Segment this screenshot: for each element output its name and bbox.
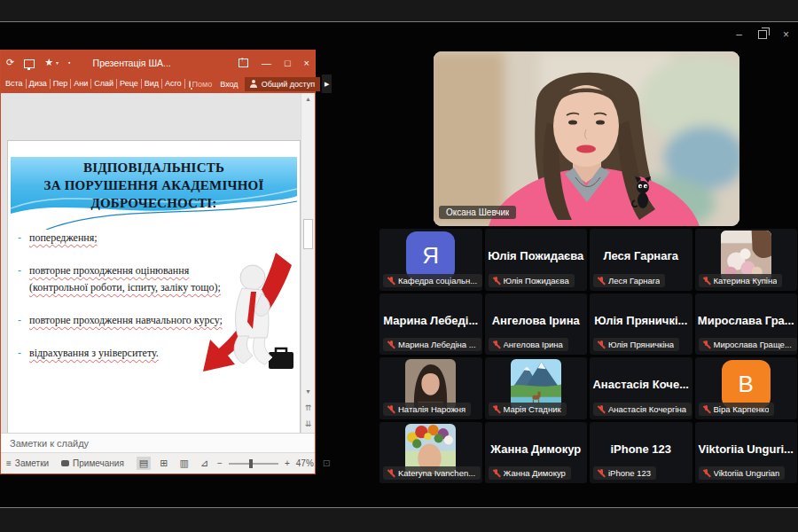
reading-view-button[interactable]: ▥ — [176, 457, 191, 470]
tab-insert[interactable]: Вста — [3, 79, 27, 89]
notes-icon: ≡ — [6, 458, 12, 468]
participant-tile[interactable]: Viktoriia Unguri... Viktoriia Ungurian — [695, 422, 798, 484]
previous-slide-icon[interactable]: ⇈ — [301, 403, 315, 412]
minimize-button[interactable]: – — [736, 28, 742, 41]
mic-muted-icon — [702, 404, 711, 414]
participant-tile[interactable]: Анастасія Коче... Анастасія Кочергіна — [590, 357, 692, 419]
participant-tile[interactable]: Катерина Купіна — [695, 229, 798, 291]
participant-tile[interactable]: Юлія Пряничкі... Юлія Пряничкіна — [590, 293, 692, 356]
tab-acrobat[interactable]: Acro — [162, 79, 185, 89]
participant-label-text: Наталія Нарожня — [398, 404, 466, 414]
participant-label: Мирослава Граще... — [699, 338, 797, 351]
scrollbar-thumb[interactable] — [303, 219, 313, 249]
participant-name: Мирослава Гра... — [696, 314, 796, 334]
zoom-out-button[interactable]: − — [217, 458, 223, 468]
favorite-star-icon[interactable]: ★ — [44, 57, 53, 68]
share-button[interactable]: Общий доступ — [245, 77, 320, 91]
mic-muted-icon — [597, 404, 606, 414]
refresh-icon[interactable]: ⟳ — [6, 57, 14, 68]
participant-name: Юлія Пряничкі... — [592, 314, 689, 334]
participant-label-text: Жанна Димокур — [504, 468, 566, 478]
participant-label: Юлія Пожидаєва — [489, 274, 575, 287]
notes-placeholder: Заметки к слайду — [10, 438, 89, 449]
participant-label: Жанна Димокур — [489, 466, 571, 480]
mic-muted-icon — [702, 468, 711, 478]
participant-tile[interactable]: Юлія Пожидаєва Юлія Пожидаєва — [485, 229, 588, 291]
notes-toggle[interactable]: ≡Заметки — [6, 458, 49, 468]
participant-label-text: Марія Стадник — [504, 404, 561, 414]
mic-muted-icon — [597, 340, 606, 349]
ppt-maximize-button[interactable]: □ — [285, 58, 291, 68]
notes-pane[interactable]: Заметки к слайду — [1, 433, 315, 453]
participant-label: Леся Гарнага — [593, 274, 665, 287]
speaker-video-tile[interactable]: Оксана Шевчик — [434, 51, 739, 226]
participant-name: Viktoriia Unguri... — [697, 442, 795, 463]
sign-in-button[interactable]: Вход — [220, 80, 238, 89]
slide-sorter-view-button[interactable]: ⊞ — [157, 457, 170, 470]
participant-label-text: Леся Гарнага — [608, 276, 660, 286]
zoom-level[interactable]: 47% — [296, 458, 314, 468]
scroll-down-icon[interactable]: ▼ — [301, 387, 315, 396]
participant-label: Кафедра соціальн... — [383, 274, 482, 287]
mic-muted-icon — [702, 340, 711, 349]
tab-transitions[interactable]: Пер — [51, 79, 71, 89]
participant-label-text: Анастасія Кочергіна — [608, 404, 686, 414]
participant-tile[interactable]: Я Кафедра соціальн... — [379, 229, 482, 291]
participant-tile[interactable]: Марина Лебеді... Марина Лебедіна ... — [379, 293, 482, 356]
zoom-slider[interactable] — [229, 463, 278, 465]
zoom-slider-thumb[interactable] — [249, 459, 253, 468]
fit-slide-icon[interactable]: ⊡ — [320, 457, 333, 470]
participant-tile[interactable]: Наталія Нарожня — [379, 357, 482, 419]
participant-tile[interactable]: Мирослава Гра... Мирослава Граще... — [695, 293, 798, 356]
share-window-icon[interactable] — [239, 59, 248, 67]
participant-label-text: Марина Лебедіна ... — [398, 340, 476, 349]
lightbulb-icon — [189, 81, 191, 88]
ribbon-overflow-button[interactable]: ▶ — [322, 74, 332, 93]
close-button[interactable]: × — [783, 28, 789, 41]
participant-name: Жанна Димокур — [489, 442, 583, 463]
mic-muted-icon — [597, 468, 606, 478]
mic-muted-icon — [387, 276, 395, 286]
tab-animations[interactable]: Ани — [71, 79, 91, 89]
participant-tile[interactable]: Леся Гарнага Леся Гарнага — [590, 229, 692, 291]
mic-muted-icon — [597, 276, 606, 286]
participant-tile[interactable]: Ангелова Ірина Ангелова Ірина — [485, 293, 588, 356]
participant-label-text: Юлія Пряничкіна — [608, 340, 674, 349]
share-button-label: Общий доступ — [262, 80, 315, 89]
status-bar: ≡Заметки Примечания ▤ ⊞ ▥ ⊿ − + 47% ⊡ — [1, 452, 315, 473]
tab-slideshow[interactable]: Слай — [91, 79, 117, 89]
comments-toggle[interactable]: Примечания — [61, 458, 124, 468]
participant-tile[interactable]: Марія Стадник — [485, 357, 588, 419]
powerpoint-titlebar: ⟳ ★ ▾ ▪ Презентація ША... — □ × — [1, 51, 315, 74]
tell-me-label[interactable]: Помо — [192, 80, 213, 89]
zoom-in-button[interactable]: + — [285, 458, 290, 468]
normal-view-button[interactable]: ▤ — [137, 457, 151, 470]
participant-label: Viktoriia Ungurian — [699, 466, 786, 480]
sad-figure-clipart — [198, 251, 299, 386]
ppt-close-button[interactable]: × — [304, 58, 309, 68]
tab-review[interactable]: Реце — [117, 79, 142, 89]
restore-button[interactable] — [758, 30, 767, 39]
slide-title: ВІДПОВІДАЛЬНІСТЬ ЗА ПОРУШЕННЯ АКАДЕМІЧНО… — [11, 160, 297, 212]
participant-tile[interactable]: iPhone 123 iPhone 123 — [590, 422, 692, 484]
slide-canvas[interactable]: ВІДПОВІДАЛЬНІСТЬ ЗА ПОРУШЕННЯ АКАДЕМІЧНО… — [8, 141, 300, 435]
participant-tile[interactable]: Жанна Димокур Жанна Димокур — [485, 422, 588, 484]
next-slide-icon[interactable]: ⇊ — [301, 419, 315, 428]
tab-view[interactable]: Вид — [142, 79, 162, 89]
participant-name: iPhone 123 — [608, 442, 673, 463]
slideshow-view-button[interactable]: ⊿ — [198, 457, 211, 470]
participant-label: Віра Карпенко — [699, 403, 775, 416]
tab-design[interactable]: Диза — [27, 79, 51, 89]
speaker-name-label: Оксана Шевчик — [439, 206, 516, 219]
participant-tile[interactable]: Kateryna Ivanchen... — [379, 422, 482, 484]
speaker-name: Оксана Шевчик — [446, 207, 509, 217]
vertical-scrollbar[interactable]: ▲ ▼ ⇈ ⇊ — [301, 93, 315, 434]
participant-tile[interactable]: В Віра Карпенко — [695, 357, 798, 419]
scroll-up-icon[interactable]: ▲ — [301, 95, 315, 104]
chevron-down-icon[interactable]: ▾ — [56, 59, 59, 66]
ppt-minimize-button[interactable]: — — [262, 58, 271, 68]
participant-label: iPhone 123 — [593, 466, 656, 480]
slideshow-screen-icon[interactable] — [24, 59, 35, 68]
mic-muted-icon — [702, 276, 711, 286]
participant-label-text: Kateryna Ivanchen... — [398, 468, 475, 478]
